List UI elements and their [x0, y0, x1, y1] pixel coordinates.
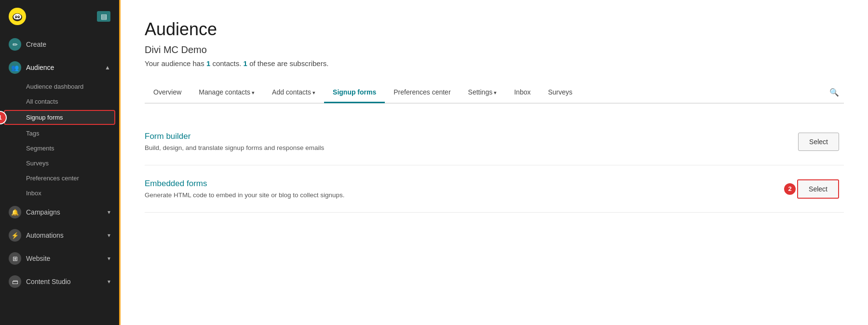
subscribers-count: 1 [244, 59, 247, 68]
contacts-count: 1 [206, 59, 210, 68]
embedded-forms-select-button[interactable]: Select [797, 179, 839, 199]
sidebar-item-campaigns[interactable]: 🔔 Campaigns ▾ [0, 201, 119, 224]
embedded-forms-title[interactable]: Embedded forms [145, 179, 344, 189]
sidebar-header: ▤ [0, 0, 119, 33]
sidebar-item-signup-forms-wrapper: 1 Signup forms [0, 110, 119, 125]
sidebar-item-content-studio[interactable]: 🗃 Content Studio ▾ [0, 270, 119, 293]
step-2-badge: 2 [783, 182, 797, 196]
form-builder-card: Form builder Build, design, and translat… [145, 118, 844, 165]
sidebar-item-create[interactable]: ✏ Create [0, 33, 119, 56]
svg-point-7 [21, 13, 22, 14]
embedded-forms-select-wrapper: 2 Select [797, 179, 839, 199]
form-builder-title[interactable]: Form builder [145, 132, 324, 141]
tab-navigation: Overview Manage contacts Add contacts Si… [145, 82, 844, 104]
tab-surveys[interactable]: Surveys [539, 82, 581, 103]
content-studio-icon: 🗃 [9, 275, 21, 288]
sidebar-item-signup-forms[interactable]: Signup forms [4, 110, 115, 125]
sidebar-toggle-button[interactable]: ▤ [97, 11, 110, 22]
audience-chevron-icon: ▲ [105, 64, 110, 71]
tab-settings[interactable]: Settings [460, 82, 506, 103]
sidebar-item-campaigns-label: Campaigns [26, 208, 60, 216]
create-icon: ✏ [9, 38, 21, 51]
sidebar-item-website[interactable]: ⊞ Website ▾ [0, 247, 119, 270]
embedded-forms-description: Generate HTML code to embed in your site… [145, 191, 344, 199]
sidebar-item-create-label: Create [26, 41, 46, 48]
audience-desc-suffix: of these are subscribers. [249, 59, 328, 68]
main-content-area: Audience Divi MC Demo Your audience has … [121, 0, 868, 325]
signup-forms-cards: Form builder Build, design, and translat… [121, 118, 868, 213]
sidebar: ▤ ✏ Create 👥 Audience ▲ Audience dashboa… [0, 0, 121, 325]
form-builder-select-button[interactable]: Select [798, 133, 839, 151]
sidebar-item-preferences-center[interactable]: Preferences center [0, 171, 119, 186]
search-icon[interactable]: 🔍 [825, 82, 844, 103]
campaigns-icon: 🔔 [9, 206, 21, 218]
tab-preferences-center[interactable]: Preferences center [385, 82, 459, 103]
sidebar-item-content-studio-label: Content Studio [26, 278, 71, 285]
form-builder-info: Form builder Build, design, and translat… [145, 132, 324, 151]
audience-subnav: Audience dashboard All contacts 1 Signup… [0, 79, 119, 201]
audience-icon: 👥 [9, 61, 21, 74]
sidebar-item-tags[interactable]: Tags [0, 126, 119, 141]
sidebar-item-automations[interactable]: ⚡ Automations ▾ [0, 224, 119, 247]
svg-point-6 [18, 16, 19, 17]
embedded-forms-card: Embedded forms Generate HTML code to emb… [145, 165, 844, 213]
page-header: Audience Divi MC Demo Your audience has … [121, 0, 868, 118]
form-builder-description: Build, design, and translate signup form… [145, 144, 324, 151]
audience-description: Your audience has 1 contacts. 1 of these… [145, 59, 844, 68]
tab-add-contacts[interactable]: Add contacts [263, 82, 324, 103]
embedded-forms-info: Embedded forms Generate HTML code to emb… [145, 179, 344, 199]
mailchimp-logo [9, 8, 26, 25]
sidebar-item-website-label: Website [26, 255, 50, 262]
tab-overview[interactable]: Overview [145, 82, 190, 103]
sidebar-item-segments[interactable]: Segments [0, 141, 119, 156]
website-icon: ⊞ [9, 252, 21, 265]
tab-inbox[interactable]: Inbox [505, 82, 539, 103]
tab-manage-contacts[interactable]: Manage contacts [190, 82, 263, 103]
svg-point-5 [15, 16, 16, 17]
sidebar-item-all-contacts[interactable]: All contacts [0, 94, 119, 109]
audience-name: Divi MC Demo [145, 44, 844, 55]
sidebar-item-audience[interactable]: 👥 Audience ▲ [0, 56, 119, 79]
tab-signup-forms[interactable]: Signup forms [324, 82, 385, 103]
audience-desc-prefix: Your audience has [145, 59, 206, 68]
website-chevron-icon: ▾ [108, 255, 110, 262]
page-title: Audience [145, 19, 844, 40]
sidebar-navigation: ✏ Create 👥 Audience ▲ Audience dashboard… [0, 33, 119, 325]
sidebar-item-automations-label: Automations [26, 231, 64, 239]
automations-icon: ⚡ [9, 229, 21, 242]
automations-chevron-icon: ▾ [108, 232, 110, 239]
sidebar-item-audience-label: Audience [26, 64, 54, 71]
campaigns-chevron-icon: ▾ [108, 209, 110, 216]
sidebar-item-surveys[interactable]: Surveys [0, 156, 119, 171]
audience-desc-mid: contacts. [212, 59, 243, 68]
sidebar-item-inbox[interactable]: Inbox [0, 186, 119, 201]
sidebar-item-audience-dashboard[interactable]: Audience dashboard [0, 79, 119, 94]
content-studio-chevron-icon: ▾ [108, 278, 110, 285]
